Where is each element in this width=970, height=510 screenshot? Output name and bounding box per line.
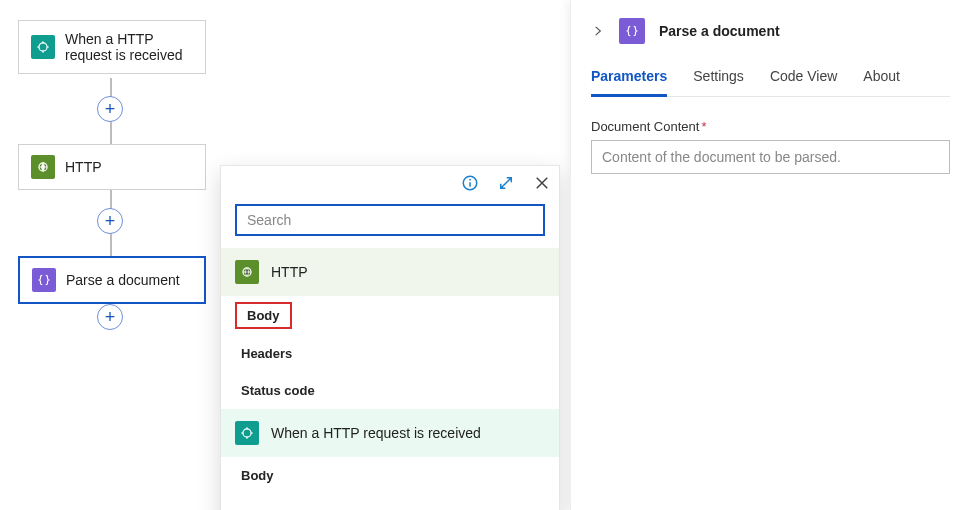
svg-point-6 [243,429,251,437]
connector-line [110,234,112,256]
svg-point-0 [39,43,47,51]
flow-node-http-trigger[interactable]: When a HTTP request is received [18,20,206,74]
picker-item-status-code[interactable]: Status code [221,372,559,409]
close-icon[interactable] [533,174,551,192]
http-icon [235,260,259,284]
flow-node-http[interactable]: HTTP [18,144,206,190]
picker-search-wrapper [235,204,545,236]
chevron-right-icon[interactable] [591,24,605,38]
info-icon[interactable] [461,174,479,192]
parse-json-icon [32,268,56,292]
panel-tabs: Parameters Settings Code View About [591,62,950,97]
document-content-input[interactable] [591,140,950,174]
picker-group-http-trigger[interactable]: When a HTTP request is received [221,409,559,457]
picker-item-body[interactable]: Body [221,457,559,494]
tab-code-view[interactable]: Code View [770,62,837,96]
add-step-button[interactable]: + [97,96,123,122]
picker-item-body[interactable]: Body [235,302,292,329]
parse-json-icon [619,18,645,44]
http-icon [31,155,55,179]
picker-group-http[interactable]: HTTP [221,248,559,296]
flow-node-label: When a HTTP request is received [65,31,193,63]
document-content-label: Document Content* [591,119,950,134]
dynamic-content-picker: HTTP Body Headers Status code When a HTT… [220,165,560,510]
flow-node-parse-document[interactable]: Parse a document [18,256,206,304]
add-step-button[interactable]: + [97,304,123,330]
picker-item-headers[interactable]: Headers [221,335,559,372]
tab-settings[interactable]: Settings [693,62,744,96]
request-icon [235,421,259,445]
search-input[interactable] [237,206,543,234]
svg-point-4 [469,179,471,181]
connector-line [110,78,112,98]
panel-title: Parse a document [659,23,780,39]
action-config-panel: Parse a document Parameters Settings Cod… [570,0,970,510]
request-icon [31,35,55,59]
picker-group-title: When a HTTP request is received [271,425,481,441]
tab-parameters[interactable]: Parameters [591,62,667,97]
connector-line [110,122,112,144]
flow-node-label: HTTP [65,159,102,175]
flow-node-label: Parse a document [66,272,180,288]
picker-group-title: HTTP [271,264,308,280]
tab-about[interactable]: About [863,62,900,96]
expand-icon[interactable] [497,174,515,192]
add-step-button[interactable]: + [97,208,123,234]
